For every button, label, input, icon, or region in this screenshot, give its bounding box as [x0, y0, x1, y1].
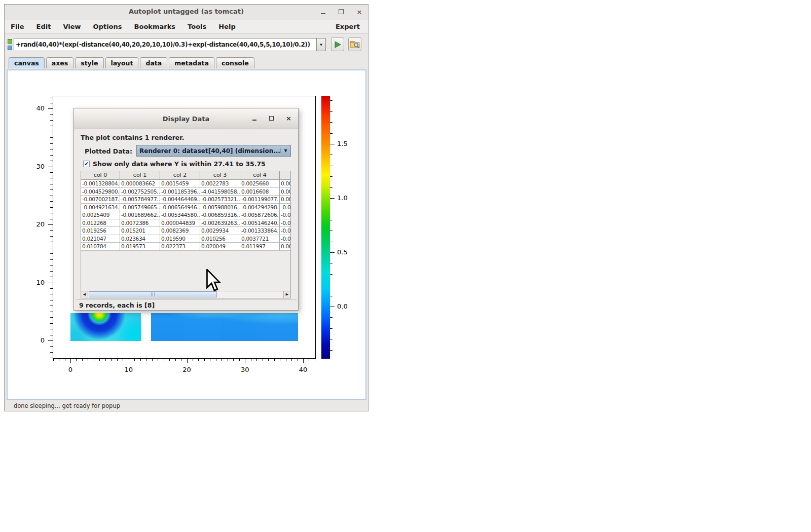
table-cell[interactable]: 0.0037721	[240, 235, 280, 243]
menu-view[interactable]: View	[57, 20, 87, 33]
table-header-cell[interactable]: col 1	[120, 171, 160, 180]
horizontal-scrollbar[interactable]: ◀ ▶	[81, 291, 290, 298]
table-cell[interactable]: -0.006564946...	[160, 204, 200, 212]
tab-axes[interactable]: axes	[46, 57, 73, 68]
browse-button[interactable]	[348, 37, 361, 51]
scroll-left-icon[interactable]: ◀	[81, 291, 88, 298]
tab-style[interactable]: style	[75, 57, 103, 68]
dialog-close-icon[interactable]: ×	[285, 115, 292, 122]
table-cell[interactable]: -0.001185396...	[160, 188, 200, 196]
table-cell[interactable]: 0.00	[280, 196, 291, 204]
plotted-data-select[interactable]: Renderer 0: dataset[40,40] (dimension...…	[136, 145, 291, 157]
menu-file[interactable]: File	[5, 20, 30, 33]
table-cell[interactable]: -0.005749665...	[120, 204, 160, 212]
table-header-cell[interactable]: col 2	[160, 171, 200, 180]
table-cell[interactable]: 0.019573	[120, 243, 160, 251]
plot-go-button[interactable]	[331, 37, 344, 51]
table-cell[interactable]: -0.006859316...	[200, 211, 240, 219]
menu-expert[interactable]: Expert	[329, 20, 366, 33]
table-cell[interactable]: 0.023634	[120, 235, 160, 243]
table-cell[interactable]: 0.019256	[81, 227, 120, 235]
table-cell[interactable]: -0.001328804...	[81, 180, 120, 188]
table-cell[interactable]: -0.004464469...	[160, 196, 200, 204]
table-cell[interactable]: -0.005146240...	[240, 219, 280, 227]
table-header-cell[interactable]: col 4	[240, 171, 280, 180]
close-icon[interactable]: ×	[356, 8, 363, 15]
tab-canvas[interactable]: canvas	[9, 57, 45, 68]
table-cell[interactable]: 0.010784	[81, 243, 120, 251]
datasource-green-square-icon[interactable]	[8, 39, 12, 44]
tab-metadata[interactable]: metadata	[169, 57, 214, 68]
dialog-minimize-icon[interactable]	[251, 115, 257, 122]
table-cell[interactable]: -0.0	[280, 227, 291, 235]
table-cell[interactable]: 0.000044839	[160, 219, 200, 227]
scroll-right-icon[interactable]: ▶	[283, 291, 290, 298]
filter-checkbox[interactable]: ✔	[83, 161, 90, 167]
uri-input[interactable]	[14, 38, 317, 51]
table-cell[interactable]: -0.0	[280, 204, 291, 212]
table-cell[interactable]: -0.0	[280, 211, 291, 219]
uri-dropdown-button[interactable]: ▼	[317, 38, 326, 51]
menu-help[interactable]: Help	[212, 20, 241, 33]
table-cell[interactable]: 0.0025660	[240, 180, 280, 188]
table-cell[interactable]: 0.0082369	[160, 227, 200, 235]
table-cell[interactable]: 0.0072386	[120, 219, 160, 227]
table-cell[interactable]: 0.011997	[240, 243, 280, 251]
table-cell[interactable]: -0.005784977...	[120, 196, 160, 204]
window-titlebar[interactable]: Autoplot untagged (as tomcat) ×	[5, 5, 368, 20]
table-cell[interactable]: 0.0025409	[81, 211, 120, 219]
table-cell[interactable]: -0.002573321...	[200, 196, 240, 204]
table-cell[interactable]: 0.020049	[200, 243, 240, 251]
table-cell[interactable]: -0.005988016...	[200, 204, 240, 212]
table-cell[interactable]: -0.002639263...	[200, 219, 240, 227]
table-cell[interactable]: -0.004529800...	[81, 188, 120, 196]
table-cell[interactable]: -0.007002187...	[81, 196, 120, 204]
table-cell[interactable]: -0.001689662...	[120, 211, 160, 219]
table-cell[interactable]: -0.0	[280, 219, 291, 227]
table-cell[interactable]: -0.004921634...	[81, 204, 120, 212]
table-cell[interactable]: 0.015201	[120, 227, 160, 235]
table-cell[interactable]: 0.00	[280, 188, 291, 196]
table-cell[interactable]: 0.019590	[160, 235, 200, 243]
menu-options[interactable]: Options	[87, 20, 128, 33]
table-header-cell[interactable]: col 0	[81, 171, 120, 180]
minimize-icon[interactable]	[319, 8, 326, 15]
table-cell[interactable]: 0.00	[280, 243, 291, 251]
scrollbar-thumb[interactable]	[89, 291, 217, 297]
table-cell[interactable]: -0.004294298...	[240, 204, 280, 212]
datasource-blue-square-icon[interactable]	[8, 46, 12, 50]
table-cell[interactable]: -0.001199077...	[240, 196, 280, 204]
plot-canvas[interactable]: 0102030400102030401.51.00.50.0 Display D…	[7, 69, 366, 400]
menu-edit[interactable]: Edit	[30, 20, 57, 33]
colorbar-tick	[330, 100, 333, 101]
dialog-titlebar[interactable]: Display Data ×	[74, 108, 298, 129]
table-cell[interactable]: 0.0022783	[200, 180, 240, 188]
table-cell[interactable]: 0.000083662	[120, 180, 160, 188]
tab-console[interactable]: console	[216, 57, 254, 68]
combo-dropdown-icon[interactable]: ▼	[280, 148, 290, 153]
table-header-cell[interactable]	[280, 171, 291, 180]
table-cell[interactable]: 0.021047	[81, 235, 120, 243]
menu-bookmarks[interactable]: Bookmarks	[128, 20, 182, 33]
table-cell[interactable]: 0.00	[280, 180, 291, 188]
table-cell[interactable]: 0.0029934	[200, 227, 240, 235]
table-cell[interactable]: -0.005872606...	[240, 211, 280, 219]
table-cell[interactable]: 0.0015459	[160, 180, 200, 188]
table-cell[interactable]: -0.005344580...	[160, 211, 200, 219]
maximize-icon[interactable]	[338, 8, 345, 15]
table-cell[interactable]: -4.041598058...	[200, 188, 240, 196]
table-cell[interactable]: 0.012268	[81, 219, 120, 227]
table-cell[interactable]: -0.0	[280, 235, 291, 243]
table-cell[interactable]: -0.002752505...	[120, 188, 160, 196]
table-header-cell[interactable]: col 3	[200, 171, 240, 180]
table-cell[interactable]: -0.001333864...	[240, 227, 280, 235]
tab-data[interactable]: data	[140, 57, 167, 68]
table-cell[interactable]: 0.0016608	[240, 188, 280, 196]
scrollbar-track[interactable]	[88, 291, 283, 298]
table-cell[interactable]: 0.010256	[200, 235, 240, 243]
menu-tools[interactable]: Tools	[181, 20, 212, 33]
colorbar-tick	[330, 242, 333, 242]
dialog-maximize-icon[interactable]	[268, 115, 275, 122]
tab-layout[interactable]: layout	[105, 57, 139, 68]
table-cell[interactable]: 0.022373	[160, 243, 200, 251]
